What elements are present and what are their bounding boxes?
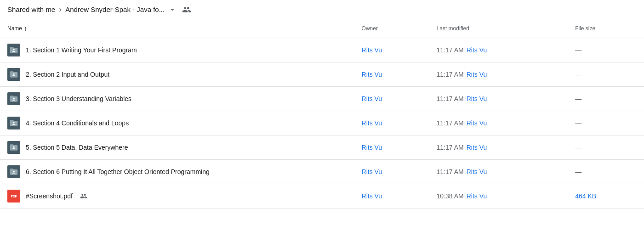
owner-link[interactable]: Rits Vu bbox=[362, 192, 382, 200]
cell-owner: Rits Vu bbox=[354, 111, 429, 135]
cell-last-modified: 11:17 AM Rits Vu bbox=[429, 111, 568, 135]
modified-user-link[interactable]: Rits Vu bbox=[467, 192, 487, 200]
table-row[interactable]: 5. Section 5 Data, Data Everywhere Rits … bbox=[0, 135, 644, 160]
folder-shared-icon bbox=[7, 165, 20, 178]
folder-person-icon bbox=[9, 45, 18, 55]
folder-shared-icon bbox=[7, 117, 20, 129]
file-name: 3. Section 3 Understanding Variables bbox=[26, 95, 131, 102]
name-column-label: Name bbox=[7, 25, 22, 32]
folder-shared-icon bbox=[7, 92, 20, 105]
svg-point-0 bbox=[13, 49, 14, 51]
file-size-value: — bbox=[575, 144, 581, 151]
cell-name: 5. Section 5 Data, Data Everywhere bbox=[0, 135, 354, 160]
folder-shared-icon bbox=[7, 44, 20, 56]
modified-time: 11:17 AM bbox=[437, 95, 464, 102]
table-row[interactable]: 6. Section 6 Putting It All Together Obj… bbox=[0, 160, 644, 184]
table-header-row: Name ↑ Owner Last modified File size bbox=[0, 19, 644, 38]
breadcrumb-shared-link[interactable]: Shared with me bbox=[7, 6, 55, 13]
cell-owner: Rits Vu bbox=[354, 184, 429, 208]
file-table: Name ↑ Owner Last modified File size 1. … bbox=[0, 19, 644, 208]
svg-point-1 bbox=[13, 73, 14, 75]
modified-time: 11:17 AM bbox=[437, 46, 464, 54]
cell-owner: Rits Vu bbox=[354, 135, 429, 160]
file-name: #Screenshot.pdf bbox=[26, 192, 73, 200]
table-row[interactable]: 3. Section 3 Understanding Variables Rit… bbox=[0, 87, 644, 111]
cell-owner: Rits Vu bbox=[354, 160, 429, 184]
owner-link[interactable]: Rits Vu bbox=[362, 71, 382, 78]
cell-file-size: — bbox=[568, 160, 644, 184]
cell-last-modified: 11:17 AM Rits Vu bbox=[429, 135, 568, 160]
sort-arrow-icon: ↑ bbox=[24, 25, 27, 32]
cell-last-modified: 10:38 AM Rits Vu bbox=[429, 184, 568, 208]
modified-user-link[interactable]: Rits Vu bbox=[467, 168, 487, 175]
breadcrumb-separator: › bbox=[59, 5, 62, 14]
cell-file-size: 464 KB bbox=[568, 184, 644, 208]
owner-link[interactable]: Rits Vu bbox=[362, 144, 382, 151]
modified-user-link[interactable]: Rits Vu bbox=[467, 95, 487, 102]
file-name: 4. Section 4 Conditionals and Loops bbox=[26, 119, 129, 127]
folder-person-icon bbox=[9, 94, 18, 103]
column-header-last-modified: Last modified bbox=[429, 19, 568, 38]
owner-link[interactable]: Rits Vu bbox=[362, 46, 382, 54]
svg-point-2 bbox=[13, 98, 14, 99]
shared-users-icon[interactable] bbox=[182, 5, 191, 14]
table-row[interactable]: 1. Section 1 Writing Your First Program … bbox=[0, 38, 644, 62]
cell-name: PDF #Screenshot.pdf bbox=[0, 184, 354, 208]
column-header-file-size: File size bbox=[568, 19, 644, 38]
cell-owner: Rits Vu bbox=[354, 38, 429, 62]
modified-time: 11:17 AM bbox=[437, 119, 464, 127]
file-size-value: — bbox=[575, 168, 581, 175]
modified-user-link[interactable]: Rits Vu bbox=[467, 71, 487, 78]
file-size-value: — bbox=[575, 119, 581, 127]
owner-link[interactable]: Rits Vu bbox=[362, 119, 382, 127]
table-row[interactable]: 2. Section 2 Input and Output Rits Vu 11… bbox=[0, 62, 644, 87]
file-name: 6. Section 6 Putting It All Together Obj… bbox=[26, 168, 210, 175]
file-size-value: — bbox=[575, 46, 581, 54]
cell-file-size: — bbox=[568, 62, 644, 87]
modified-user-link[interactable]: Rits Vu bbox=[467, 119, 487, 127]
column-header-owner: Owner bbox=[354, 19, 429, 38]
cell-file-size: — bbox=[568, 111, 644, 135]
modified-time: 10:38 AM bbox=[437, 192, 464, 200]
folder-person-icon bbox=[9, 143, 18, 152]
file-name: 5. Section 5 Data, Data Everywhere bbox=[26, 144, 128, 151]
cell-last-modified: 11:17 AM Rits Vu bbox=[429, 160, 568, 184]
modified-time: 11:17 AM bbox=[437, 168, 464, 175]
folder-person-icon bbox=[9, 118, 18, 128]
folder-shared-icon bbox=[7, 68, 20, 81]
cell-file-size: — bbox=[568, 38, 644, 62]
breadcrumb-current-folder: Andrew Snyder-Spak - Java fo... bbox=[65, 6, 165, 13]
modified-time: 11:17 AM bbox=[437, 71, 464, 78]
file-size-value: — bbox=[575, 95, 581, 102]
cell-name: 3. Section 3 Understanding Variables bbox=[0, 87, 354, 111]
breadcrumb: Shared with me › Andrew Snyder-Spak - Ja… bbox=[0, 0, 644, 19]
cell-owner: Rits Vu bbox=[354, 87, 429, 111]
pdf-file-icon: PDF bbox=[7, 190, 20, 203]
table-row[interactable]: 4. Section 4 Conditionals and Loops Rits… bbox=[0, 111, 644, 135]
folder-shared-icon bbox=[7, 141, 20, 154]
file-size-value: — bbox=[575, 71, 581, 78]
folder-person-icon bbox=[9, 70, 18, 79]
table-row[interactable]: PDF #Screenshot.pdf Rits Vu 10:38 AM Rit… bbox=[0, 184, 644, 208]
owner-link[interactable]: Rits Vu bbox=[362, 168, 382, 175]
svg-point-3 bbox=[13, 122, 14, 124]
cell-last-modified: 11:17 AM Rits Vu bbox=[429, 87, 568, 111]
name-sort-button[interactable]: Name ↑ bbox=[7, 25, 347, 32]
svg-point-4 bbox=[13, 146, 14, 148]
chevron-down-icon bbox=[168, 6, 177, 14]
modified-user-link[interactable]: Rits Vu bbox=[467, 46, 487, 54]
file-name: 1. Section 1 Writing Your First Program bbox=[26, 46, 137, 54]
file-shared-users-icon bbox=[80, 192, 87, 200]
file-name: 2. Section 2 Input and Output bbox=[26, 71, 109, 78]
breadcrumb-dropdown-button[interactable] bbox=[168, 6, 177, 14]
file-size-value: 464 KB bbox=[575, 192, 596, 200]
cell-name: 1. Section 1 Writing Your First Program bbox=[0, 38, 354, 62]
modified-time: 11:17 AM bbox=[437, 144, 464, 151]
cell-last-modified: 11:17 AM Rits Vu bbox=[429, 38, 568, 62]
cell-name: 4. Section 4 Conditionals and Loops bbox=[0, 111, 354, 135]
modified-user-link[interactable]: Rits Vu bbox=[467, 144, 487, 151]
group-icon bbox=[182, 5, 191, 14]
cell-last-modified: 11:17 AM Rits Vu bbox=[429, 62, 568, 87]
owner-link[interactable]: Rits Vu bbox=[362, 95, 382, 102]
folder-person-icon bbox=[9, 167, 18, 176]
